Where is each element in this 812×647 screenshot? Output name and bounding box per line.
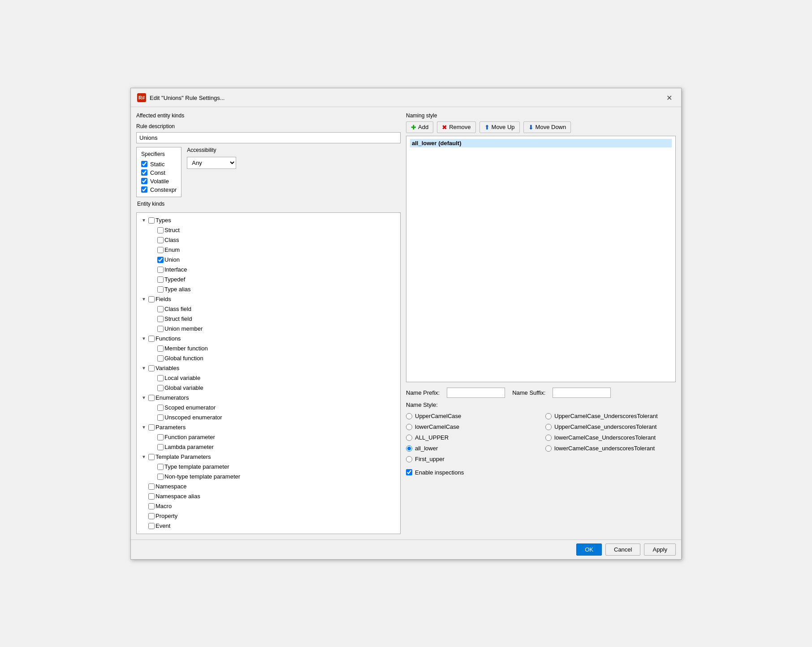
ok-button[interactable]: OK <box>576 543 602 556</box>
radio-lower-camel-input[interactable] <box>406 424 412 430</box>
specifier-constexpr-checkbox[interactable] <box>141 186 147 193</box>
specifier-const[interactable]: Const <box>141 169 177 176</box>
expand-fields-icon[interactable]: ▼ <box>140 296 147 303</box>
radio-first-upper-input[interactable] <box>406 456 412 462</box>
variables-checkbox[interactable] <box>148 365 155 371</box>
tree-row-member-function[interactable]: Member function <box>138 344 398 354</box>
class-checkbox[interactable] <box>157 237 164 243</box>
tree-row-class[interactable]: Class <box>138 235 398 245</box>
tree-row-enumerators[interactable]: ▼ Enumerators <box>138 393 398 403</box>
tree-row-non-type-template-param[interactable]: Non-type template parameter <box>138 472 398 482</box>
type-alias-checkbox[interactable] <box>157 286 164 293</box>
tree-row-typedef[interactable]: Typedef <box>138 275 398 285</box>
struct-field-checkbox[interactable] <box>157 316 164 322</box>
accessibility-select[interactable]: Any Public Protected Private <box>187 157 236 169</box>
radio-all-lower-input[interactable] <box>406 445 412 452</box>
radio-all-upper-input[interactable] <box>406 435 412 441</box>
specifier-volatile-checkbox[interactable] <box>141 178 147 184</box>
radio-lower-camel-ut-input[interactable] <box>545 435 552 441</box>
tree-row-event[interactable]: Event <box>138 521 398 531</box>
move-up-button[interactable]: ⬆ Move Up <box>479 121 520 133</box>
tree-row-local-variable[interactable]: Local variable <box>138 373 398 383</box>
radio-upper-camel[interactable]: UpperCamelCase <box>406 411 536 422</box>
property-checkbox[interactable] <box>148 513 155 519</box>
interface-checkbox[interactable] <box>157 267 164 273</box>
tree-row-fields[interactable]: ▼ Fields <box>138 294 398 304</box>
tree-row-enum[interactable]: Enum <box>138 245 398 255</box>
struct-checkbox[interactable] <box>157 227 164 233</box>
event-checkbox[interactable] <box>148 523 155 529</box>
radio-lower-camel-ut[interactable]: lowerCamelCase_UnderscoresTolerant <box>545 432 676 443</box>
remove-button[interactable]: ✖ Remove <box>437 121 475 133</box>
move-down-button[interactable]: ⬇ Move Down <box>523 121 571 133</box>
function-param-checkbox[interactable] <box>157 434 164 440</box>
radio-first-upper[interactable]: First_upper <box>406 454 536 465</box>
enable-inspections-row[interactable]: Enable inspections <box>406 469 676 476</box>
tree-row-union[interactable]: Union <box>138 255 398 265</box>
radio-lower-camel[interactable]: lowerCamelCase <box>406 422 536 432</box>
namespace-checkbox[interactable] <box>148 483 155 490</box>
scoped-enumerator-checkbox[interactable] <box>157 405 164 411</box>
tree-row-union-member[interactable]: Union member <box>138 324 398 334</box>
name-prefix-input[interactable] <box>447 388 505 398</box>
tree-row-type-alias[interactable]: Type alias <box>138 285 398 294</box>
macro-checkbox[interactable] <box>148 503 155 509</box>
local-variable-checkbox[interactable] <box>157 375 164 381</box>
expand-template-params-icon[interactable]: ▼ <box>140 453 147 461</box>
tree-row-unscoped-enumerator[interactable]: Unscoped enumerator <box>138 413 398 423</box>
radio-all-upper[interactable]: ALL_UPPER <box>406 432 536 443</box>
tree-row-property[interactable]: Property <box>138 511 398 521</box>
tree-row-global-function[interactable]: Global function <box>138 354 398 363</box>
tree-row-type-template-param[interactable]: Type template parameter <box>138 462 398 472</box>
tree-row-macro[interactable]: Macro <box>138 501 398 511</box>
specifier-constexpr[interactable]: Constexpr <box>141 186 177 193</box>
enum-checkbox[interactable] <box>157 247 164 253</box>
tree-row-template-params[interactable]: ▼ Template Parameters <box>138 452 398 462</box>
lambda-param-checkbox[interactable] <box>157 444 164 450</box>
tree-row-struct-field[interactable]: Struct field <box>138 314 398 324</box>
template-params-checkbox[interactable] <box>148 454 155 460</box>
fields-checkbox[interactable] <box>148 296 155 302</box>
rule-desc-input[interactable] <box>136 132 401 143</box>
enumerators-checkbox[interactable] <box>148 395 155 401</box>
apply-button[interactable]: Apply <box>644 543 676 556</box>
tree-row-lambda-param[interactable]: Lambda parameter <box>138 442 398 452</box>
tree-row-interface[interactable]: Interface <box>138 265 398 275</box>
enable-inspections-checkbox[interactable] <box>406 469 412 475</box>
tree-row-namespace-alias[interactable]: Namespace alias <box>138 492 398 501</box>
tree-row-parameters[interactable]: ▼ Parameters <box>138 423 398 432</box>
expand-functions-icon[interactable]: ▼ <box>140 335 147 342</box>
tree-row-struct[interactable]: Struct <box>138 225 398 235</box>
naming-list-item[interactable]: all_lower (default) <box>410 139 672 147</box>
tree-row-global-variable[interactable]: Global variable <box>138 383 398 393</box>
expand-parameters-icon[interactable]: ▼ <box>140 424 147 431</box>
close-button[interactable]: ✕ <box>664 93 675 103</box>
radio-lower-camel-ut2[interactable]: lowerCamelCase_underscoresTolerant <box>545 443 676 454</box>
specifier-static[interactable]: Static <box>141 161 177 168</box>
non-type-template-param-checkbox[interactable] <box>157 474 164 480</box>
specifier-volatile[interactable]: Volatile <box>141 178 177 185</box>
tree-row-function-param[interactable]: Function parameter <box>138 432 398 442</box>
member-function-checkbox[interactable] <box>157 345 164 352</box>
specifier-const-checkbox[interactable] <box>141 169 147 176</box>
typedef-checkbox[interactable] <box>157 276 164 283</box>
type-template-param-checkbox[interactable] <box>157 464 164 470</box>
tree-row-types[interactable]: ▼ Types <box>138 216 398 225</box>
tree-row-namespace[interactable]: Namespace <box>138 482 398 492</box>
radio-upper-camel-input[interactable] <box>406 413 412 419</box>
parameters-checkbox[interactable] <box>148 424 155 431</box>
global-variable-checkbox[interactable] <box>157 385 164 391</box>
union-checkbox[interactable] <box>157 257 164 263</box>
tree-row-variables[interactable]: ▼ Variables <box>138 363 398 373</box>
radio-upper-camel-ut2[interactable]: UpperCamelCase_underscoresTolerant <box>545 422 676 432</box>
types-checkbox[interactable] <box>148 217 155 224</box>
unscoped-enumerator-checkbox[interactable] <box>157 414 164 421</box>
radio-upper-camel-ut2-input[interactable] <box>545 424 552 430</box>
radio-upper-camel-ut[interactable]: UpperCamelCase_UnderscoresTolerant <box>545 411 676 422</box>
tree-row-class-field[interactable]: Class field <box>138 304 398 314</box>
add-button[interactable]: ✚ Add <box>406 121 433 133</box>
functions-checkbox[interactable] <box>148 336 155 342</box>
radio-upper-camel-ut-input[interactable] <box>545 413 552 419</box>
radio-all-lower[interactable]: all_lower <box>406 443 536 454</box>
expand-types-icon[interactable]: ▼ <box>140 217 147 224</box>
